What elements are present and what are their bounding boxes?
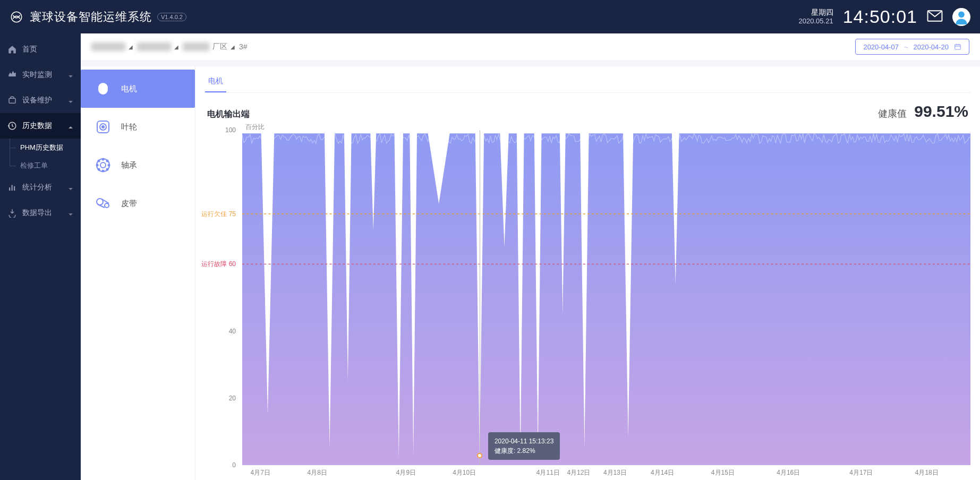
app-header: 寰球设备智能运维系统 V1.4.0.2 星期四 2020.05.21 14:50… xyxy=(0,0,980,33)
svg-rect-6 xyxy=(14,186,15,191)
product-name: 寰球设备智能运维系统 xyxy=(30,9,152,25)
y-axis-labels: 02040100运行欠佳 75运行故障 60 xyxy=(205,130,239,465)
svg-point-14 xyxy=(103,159,104,160)
svg-point-16 xyxy=(97,165,98,166)
svg-point-23 xyxy=(105,203,109,208)
component-label: 轴承 xyxy=(121,160,137,170)
svg-rect-3 xyxy=(9,98,15,103)
x-tick: 4月7日 xyxy=(251,468,270,477)
main-panel: 电机叶轮轴承皮带 电机 电机输出端 健康值 99.51% 百分比 0204010… xyxy=(81,66,980,480)
x-tick: 4月12日 xyxy=(567,468,590,477)
impeller-icon xyxy=(95,118,112,135)
triangle-icon: ◢ xyxy=(174,44,178,50)
x-tick: 4月14日 xyxy=(651,468,674,477)
x-tick: 4月16日 xyxy=(777,468,800,477)
date-from: 2020-04-07 xyxy=(863,43,899,51)
nav-item-history[interactable]: 历史数据 xyxy=(0,113,81,139)
nav-item-home[interactable]: 首页 xyxy=(0,37,81,62)
export-icon xyxy=(7,208,17,218)
breadcrumb-segment[interactable]: xxxx ◢ xyxy=(91,42,133,51)
component-impeller[interactable]: 叶轮 xyxy=(81,108,195,146)
x-tick: 4月17日 xyxy=(849,468,873,477)
tab-motor[interactable]: 电机 xyxy=(205,76,226,92)
subnav-item[interactable]: PHM历史数据 xyxy=(20,139,81,157)
y-tick: 20 xyxy=(229,395,236,402)
component-label: 皮带 xyxy=(121,199,137,209)
svg-point-13 xyxy=(100,162,106,168)
nav-label: 统计分析 xyxy=(22,183,52,192)
mail-icon[interactable] xyxy=(927,10,943,24)
user-avatar[interactable] xyxy=(952,8,970,26)
svg-point-0 xyxy=(11,12,22,22)
breadcrumb-segment[interactable]: xxxx ◢ xyxy=(137,42,178,51)
svg-point-11 xyxy=(102,126,104,128)
guideline-label-fault: 运行故障 60 xyxy=(201,260,236,269)
health-label: 健康值 xyxy=(878,107,907,120)
x-tick: 4月13日 xyxy=(603,468,627,477)
x-tick: 4月8日 xyxy=(308,468,327,477)
svg-rect-7 xyxy=(955,45,961,49)
chevron-up-icon xyxy=(68,123,73,128)
breadcrumb: xxxx ◢xxxx ◢xx厂区 ◢3# xyxy=(91,42,248,52)
home-icon xyxy=(7,45,17,54)
health-value: 99.51% xyxy=(914,102,968,121)
nav-label: 首页 xyxy=(22,45,37,54)
breadcrumb-segment[interactable]: xx厂区 ◢ xyxy=(183,42,235,52)
svg-point-15 xyxy=(103,170,104,172)
svg-point-21 xyxy=(107,169,108,170)
header-clock: 14:50:01 xyxy=(843,6,917,27)
chart-plot xyxy=(242,130,970,465)
chart-hover-line xyxy=(480,130,480,465)
maintain-icon xyxy=(7,96,17,105)
component-bearing[interactable]: 轴承 xyxy=(81,146,195,184)
svg-point-2 xyxy=(958,11,965,18)
content-area: xxxx ◢xxxx ◢xx厂区 ◢3# 2020-04-07 ~ 2020-0… xyxy=(81,33,980,480)
component-motor[interactable]: 电机 xyxy=(81,70,195,108)
svg-rect-5 xyxy=(12,185,13,191)
nav-item-monitor[interactable]: 实时监测 xyxy=(0,62,81,88)
chevron-down-icon xyxy=(68,210,73,216)
version-badge: V1.4.0.2 xyxy=(157,13,186,21)
chart-hover-dot xyxy=(477,453,482,458)
bearing-icon xyxy=(95,157,112,174)
belt-icon xyxy=(95,195,112,212)
x-axis-labels: 4月7日4月8日4月9日4月10日4月11日4月12日4月13日4月14日4月1… xyxy=(242,468,970,477)
date-to: 2020-04-20 xyxy=(914,43,949,51)
component-label: 电机 xyxy=(121,84,137,94)
guideline-label-warn: 运行欠佳 75 xyxy=(201,209,236,218)
date-sep: ~ xyxy=(904,43,908,51)
chart-area xyxy=(242,133,970,465)
chart[interactable]: 百分比 02040100运行欠佳 75运行故障 60 4月7日4月8日4月9日4… xyxy=(205,123,970,480)
date-range-picker[interactable]: 2020-04-07 ~ 2020-04-20 xyxy=(855,39,969,55)
component-belt[interactable]: 皮带 xyxy=(81,184,195,222)
x-tick: 4月9日 xyxy=(396,468,416,477)
breadcrumb-segment[interactable]: 3# xyxy=(239,42,248,51)
breadcrumb-bar: xxxx ◢xxxx ◢xx厂区 ◢3# 2020-04-07 ~ 2020-0… xyxy=(81,33,980,60)
nav-item-stats[interactable]: 统计分析 xyxy=(0,175,81,200)
calendar-icon xyxy=(954,43,961,50)
chevron-down-icon xyxy=(68,72,73,78)
header-weekday: 星期四 xyxy=(799,8,833,17)
svg-point-17 xyxy=(108,165,110,166)
monitor-icon xyxy=(7,70,17,80)
nav-item-maintain[interactable]: 设备维护 xyxy=(0,88,81,113)
y-tick: 100 xyxy=(225,126,236,134)
x-tick: 4月10日 xyxy=(453,468,476,477)
svg-point-20 xyxy=(98,169,100,170)
header-date: 星期四 2020.05.21 xyxy=(799,8,833,25)
x-tick: 4月18日 xyxy=(915,468,939,477)
triangle-icon: ◢ xyxy=(129,44,133,50)
svg-point-18 xyxy=(98,160,100,162)
tab-strip: 电机 xyxy=(205,66,970,93)
chart-title: 电机输出端 xyxy=(207,109,250,120)
x-tick: 4月15日 xyxy=(711,468,735,477)
chevron-down-icon xyxy=(68,185,73,190)
sidebar: 首页实时监测设备维护历史数据PHM历史数据检修工单统计分析数据导出 xyxy=(0,33,81,480)
nav-item-export[interactable]: 数据导出 xyxy=(0,200,81,226)
stats-icon xyxy=(7,183,17,192)
nav-label: 设备维护 xyxy=(22,96,52,105)
motor-icon xyxy=(95,80,112,97)
x-tick: 4月11日 xyxy=(536,468,560,477)
y-tick: 40 xyxy=(229,328,236,335)
subnav-item[interactable]: 检修工单 xyxy=(20,157,81,175)
